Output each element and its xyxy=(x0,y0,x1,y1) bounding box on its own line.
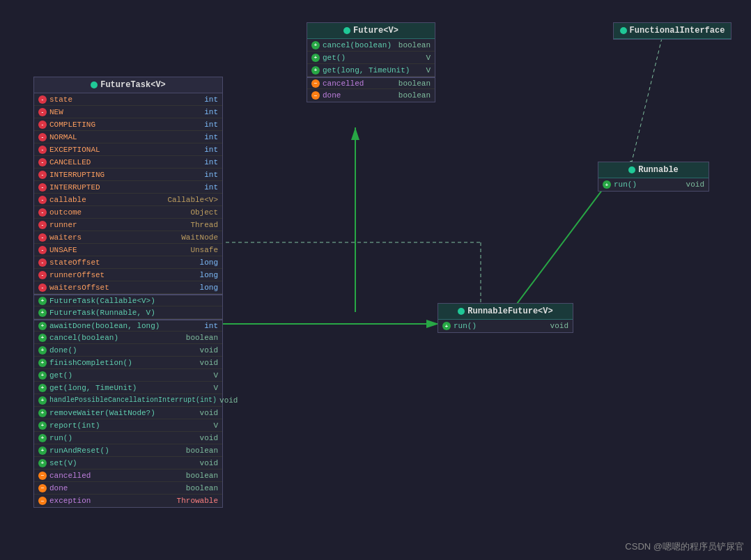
runnablefuture-box: RunnableFuture<V> + run() void xyxy=(438,303,573,333)
runnable-title: Runnable xyxy=(638,165,679,175)
method-set-type: void xyxy=(200,459,218,467)
vis-icon: + xyxy=(311,66,320,75)
field-completing-name: COMPLETING xyxy=(49,120,201,129)
field-waitersoffset: - waitersOffset long xyxy=(34,281,222,294)
field-outcome-name: outcome xyxy=(49,208,187,217)
method-set-name: set(V) xyxy=(49,459,197,467)
field-runneroffset: - runnerOffset long xyxy=(34,269,222,281)
field-waiters-type: WaitNode xyxy=(181,233,218,242)
vis-icon: - xyxy=(38,233,47,242)
ctor2-name: FutureTask(Runnable, V) xyxy=(49,309,218,317)
vis-icon: + xyxy=(38,421,47,430)
runnablefuture-run-type: void xyxy=(550,322,568,330)
future-dot xyxy=(343,27,350,34)
method-get: + get() V xyxy=(34,369,222,382)
method-exception-prop: ~ exception Throwable xyxy=(34,495,222,507)
future-get-name: get() xyxy=(323,54,423,62)
method-cancelled-prop-type: boolean xyxy=(186,472,218,480)
field-interrupting-name: INTERRUPTING xyxy=(49,171,201,179)
field-exceptional: - EXCEPTIONAL int xyxy=(34,143,222,156)
diagram-canvas: FutureTask<V> - state int - NEW int - CO… xyxy=(0,0,751,560)
field-completing-type: int xyxy=(204,120,218,129)
vis-icon: + xyxy=(38,359,47,367)
vis-icon: + xyxy=(603,180,611,189)
method-handle-type: void xyxy=(219,396,238,405)
vis-icon: + xyxy=(38,409,47,417)
vis-icon: - xyxy=(38,183,47,192)
method-exception-type: Throwable xyxy=(177,497,218,505)
fi-dot xyxy=(620,27,627,34)
vis-icon: - xyxy=(38,158,47,166)
method-awaitdone: + awaitDone(boolean, long) int xyxy=(34,319,222,332)
field-waiters: - waiters WaitNode xyxy=(34,231,222,244)
field-state-type: int xyxy=(204,95,218,104)
field-runner-type: Thread xyxy=(190,221,218,229)
future-get-long: + get(long, TimeUnit) V xyxy=(307,64,435,77)
vis-icon: + xyxy=(38,459,47,467)
field-unsafe: - UNSAFE Unsafe xyxy=(34,244,222,256)
method-remove-type: void xyxy=(200,409,218,417)
method-getlong-type: V xyxy=(213,384,218,392)
method-done-name: done() xyxy=(49,346,197,355)
vis-icon: - xyxy=(38,133,47,141)
future-done: ~ done boolean xyxy=(307,89,435,102)
future-cancelled-type: boolean xyxy=(398,79,431,88)
field-interrupted-type: int xyxy=(204,183,218,192)
vis-icon: + xyxy=(38,446,47,455)
watermark: CSDN @嗯嗯的程序员铲尿官 xyxy=(625,540,744,553)
future-cancel-name: cancel(boolean) xyxy=(323,41,396,49)
svg-line-1 xyxy=(509,176,613,315)
field-runneroffset-type: long xyxy=(200,271,218,279)
method-done-prop: ~ done boolean xyxy=(34,482,222,495)
vis-icon: ~ xyxy=(311,91,320,100)
method-done-type: void xyxy=(200,346,218,355)
vis-private-icon: - xyxy=(38,95,47,104)
future-cancel-type: boolean xyxy=(398,41,431,49)
futuretask-box: FutureTask<V> - state int - NEW int - CO… xyxy=(33,77,223,508)
field-cancelled-name: CANCELLED xyxy=(49,158,201,166)
vis-icon: - xyxy=(38,120,47,129)
field-unsafe-name: UNSAFE xyxy=(49,246,187,254)
method-run: + run() void xyxy=(34,432,222,444)
fi-title: FunctionalInterface xyxy=(630,26,725,36)
future-done-name: done xyxy=(323,91,396,100)
field-waiters-name: waiters xyxy=(49,233,178,242)
future-done-type: boolean xyxy=(398,91,431,100)
functionalinterface-header: FunctionalInterface xyxy=(614,23,731,39)
method-cancel: + cancel(boolean) boolean xyxy=(34,332,222,344)
runnablefuture-run-name: run() xyxy=(454,322,548,330)
method-cancelled-prop-name: cancelled xyxy=(49,472,183,480)
method-awaitdone-name: awaitDone(boolean, long) xyxy=(49,322,201,330)
vis-icon: - xyxy=(38,146,47,154)
runnable-run-name: run() xyxy=(614,180,683,189)
method-finishcompletion: + finishCompletion() void xyxy=(34,357,222,369)
field-interrupting: - INTERRUPTING int xyxy=(34,169,222,181)
vis-icon: + xyxy=(38,434,47,442)
method-runandreset-name: runAndReset() xyxy=(49,446,183,455)
field-completing: - COMPLETING int xyxy=(34,118,222,131)
field-new-name: NEW xyxy=(49,108,201,116)
method-report-type: V xyxy=(213,421,218,430)
method-getlong-name: get(long, TimeUnit) xyxy=(49,384,210,392)
field-normal-name: NORMAL xyxy=(49,133,201,141)
method-get-type: V xyxy=(213,371,218,380)
method-runandreset: + runAndReset() boolean xyxy=(34,444,222,457)
field-runner: - runner Thread xyxy=(34,219,222,231)
vis-icon: + xyxy=(38,396,47,405)
vis-icon: - xyxy=(38,258,47,267)
method-awaitdone-type: int xyxy=(204,322,218,330)
future-get: + get() V xyxy=(307,52,435,64)
vis-icon: ~ xyxy=(311,79,320,88)
field-stateoffset: - stateOffset long xyxy=(34,256,222,269)
constructor-futuretask1: + FutureTask(Callable<V>) xyxy=(34,294,222,306)
method-done-prop-name: done xyxy=(49,484,183,492)
field-interrupted: - INTERRUPTED int xyxy=(34,181,222,194)
field-callable: - callable Callable<V> xyxy=(34,194,222,206)
vis-icon: + xyxy=(442,322,451,330)
field-waitersoffset-name: waitersOffset xyxy=(49,283,197,292)
field-state: - state int xyxy=(34,93,222,106)
field-outcome: - outcome Object xyxy=(34,206,222,219)
vis-icon: - xyxy=(38,283,47,292)
field-outcome-type: Object xyxy=(190,208,218,217)
vis-icon: + xyxy=(38,346,47,355)
